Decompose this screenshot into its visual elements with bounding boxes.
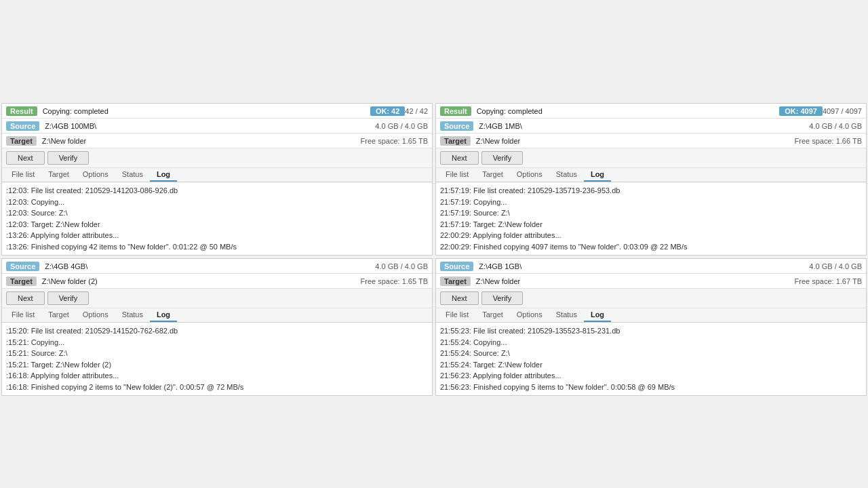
log-line: :15:21: Target: Z:\New folder (2)	[6, 359, 428, 371]
status-badge: OK: 42	[370, 106, 405, 116]
tab-target[interactable]: Target	[475, 168, 510, 182]
source-label: Source	[440, 262, 473, 271]
target-label: Target	[6, 277, 37, 286]
source-path: Z:\4GB 4GB\	[45, 262, 375, 270]
tab-row: File listTargetOptionsStatusLog	[436, 168, 866, 182]
log-area: 21:57:19: File list created: 210529-1357…	[436, 182, 866, 255]
target-row: TargetZ:\New folder (2)Free space: 1.65 …	[2, 274, 432, 289]
log-line: 21:56:23: Finished copying 5 items to "N…	[440, 382, 862, 393]
result-row: ResultCopying: completedOK: 40974097 / 4…	[436, 104, 866, 119]
source-row: SourceZ:\4GB 4GB\4.0 GB / 4.0 GB	[2, 259, 432, 274]
tab-target[interactable]: Target	[475, 308, 510, 322]
button-row: NextVerify	[436, 289, 866, 308]
panel-top-left: ResultCopying: completedOK: 4242 / 42Sou…	[1, 103, 433, 256]
log-line: 22:00:29: Finished copying 4097 items to…	[440, 241, 862, 253]
target-row: TargetZ:\New folderFree space: 1.67 TB	[436, 274, 866, 289]
target-path: Z:\New folder	[42, 137, 361, 145]
tab-file-list[interactable]: File list	[5, 308, 41, 322]
source-label: Source	[6, 121, 39, 131]
target-free: Free space: 1.65 TB	[361, 277, 428, 285]
source-row: SourceZ:\4GB 1GB\4.0 GB / 4.0 GB	[436, 259, 866, 274]
source-size: 4.0 GB / 4.0 GB	[809, 262, 862, 270]
target-row: TargetZ:\New folderFree space: 1.66 TB	[436, 134, 866, 148]
target-label: Target	[6, 136, 37, 146]
tab-file-list[interactable]: File list	[439, 168, 475, 182]
tab-options[interactable]: Options	[76, 308, 115, 322]
result-text: Copying: completed	[477, 107, 774, 115]
tab-options[interactable]: Options	[510, 308, 549, 322]
log-line: :16:18: Finished copying 2 items to "New…	[6, 382, 428, 393]
log-line: 21:57:19: Copying...	[440, 197, 862, 208]
tab-status[interactable]: Status	[549, 308, 584, 322]
log-line: 21:55:24: Target: Z:\New folder	[440, 359, 862, 371]
tab-row: File listTargetOptionsStatusLog	[2, 308, 432, 323]
panel-bottom-left: SourceZ:\4GB 4GB\4.0 GB / 4.0 GBTargetZ:…	[1, 258, 433, 396]
source-size: 4.0 GB / 4.0 GB	[375, 262, 428, 270]
verify-button[interactable]: Verify	[481, 151, 524, 165]
status-badge: OK: 4097	[779, 106, 823, 116]
button-row: NextVerify	[2, 148, 432, 168]
log-line: 21:55:23: File list created: 210529-1355…	[440, 325, 862, 337]
log-line: 21:55:24: Copying...	[440, 337, 862, 348]
page-wrapper: ResultCopying: completedOK: 4242 / 42Sou…	[0, 0, 868, 488]
tab-target[interactable]: Target	[41, 308, 76, 322]
log-area: :15:20: File list created: 210529-141520…	[2, 323, 432, 395]
top-row: ResultCopying: completedOK: 4242 / 42Sou…	[0, 102, 868, 257]
tab-file-list[interactable]: File list	[439, 308, 475, 322]
log-line: :15:21: Copying...	[6, 337, 428, 348]
tab-row: File listTargetOptionsStatusLog	[436, 308, 866, 323]
panel-bottom-right: SourceZ:\4GB 1GB\4.0 GB / 4.0 GBTargetZ:…	[435, 258, 867, 396]
tab-status[interactable]: Status	[115, 168, 150, 182]
log-line: :12:03: Copying...	[6, 197, 428, 208]
target-row: TargetZ:\New folderFree space: 1.65 TB	[2, 134, 432, 148]
source-path: Z:\4GB 1GB\	[479, 262, 809, 270]
next-button[interactable]: Next	[6, 151, 45, 165]
verify-button[interactable]: Verify	[47, 151, 90, 165]
source-row: SourceZ:\4GB 1MB\4.0 GB / 4.0 GB	[436, 119, 866, 134]
target-path: Z:\New folder	[476, 137, 795, 145]
button-row: NextVerify	[436, 148, 866, 168]
log-line: 21:55:24: Source: Z:\	[440, 348, 862, 359]
tab-file-list[interactable]: File list	[5, 168, 41, 182]
tab-log[interactable]: Log	[584, 168, 611, 182]
log-line: :12:03: Source: Z:\	[6, 207, 428, 219]
tab-log[interactable]: Log	[150, 308, 177, 322]
target-label: Target	[440, 277, 471, 286]
tab-status[interactable]: Status	[549, 168, 584, 182]
log-line: :12:03: Target: Z:\New folder	[6, 219, 428, 230]
log-line: :13:26: Finished copying 42 items to "Ne…	[6, 241, 428, 253]
tab-target[interactable]: Target	[41, 168, 76, 182]
source-label: Source	[6, 262, 39, 271]
log-area: 21:55:23: File list created: 210529-1355…	[436, 323, 866, 395]
log-line: :15:20: File list created: 210529-141520…	[6, 325, 428, 337]
log-area: :12:03: File list created: 210529-141203…	[2, 182, 432, 255]
next-button[interactable]: Next	[440, 151, 479, 165]
panel-top-right: ResultCopying: completedOK: 40974097 / 4…	[435, 103, 867, 256]
target-free: Free space: 1.66 TB	[795, 137, 862, 145]
source-path: Z:\4GB 1MB\	[479, 122, 809, 130]
count-right: 42 / 42	[405, 107, 428, 115]
source-row: SourceZ:\4GB 100MB\4.0 GB / 4.0 GB	[2, 119, 432, 134]
tab-log[interactable]: Log	[584, 308, 611, 322]
tab-options[interactable]: Options	[510, 168, 549, 182]
source-size: 4.0 GB / 4.0 GB	[809, 122, 862, 130]
source-size: 4.0 GB / 4.0 GB	[375, 122, 428, 130]
log-line: :16:18: Applying folder attributes...	[6, 370, 428, 382]
result-row: ResultCopying: completedOK: 4242 / 42	[2, 104, 432, 119]
log-line: 22:00:29: Applying folder attributes...	[440, 230, 862, 241]
verify-button[interactable]: Verify	[481, 291, 524, 305]
result-label: Result	[440, 106, 471, 116]
result-text: Copying: completed	[43, 107, 365, 115]
next-button[interactable]: Next	[440, 291, 479, 305]
tab-status[interactable]: Status	[115, 308, 150, 322]
log-line: 21:57:19: File list created: 210529-1357…	[440, 185, 862, 197]
tab-log[interactable]: Log	[150, 168, 177, 182]
log-line: 21:57:19: Target: Z:\New folder	[440, 219, 862, 230]
log-line: :13:26: Applying folder attributes...	[6, 230, 428, 241]
verify-button[interactable]: Verify	[47, 291, 90, 305]
bottom-row: SourceZ:\4GB 4GB\4.0 GB / 4.0 GBTargetZ:…	[0, 257, 868, 397]
source-label: Source	[440, 121, 473, 131]
next-button[interactable]: Next	[6, 291, 45, 305]
tab-options[interactable]: Options	[76, 168, 115, 182]
source-path: Z:\4GB 100MB\	[45, 122, 375, 130]
